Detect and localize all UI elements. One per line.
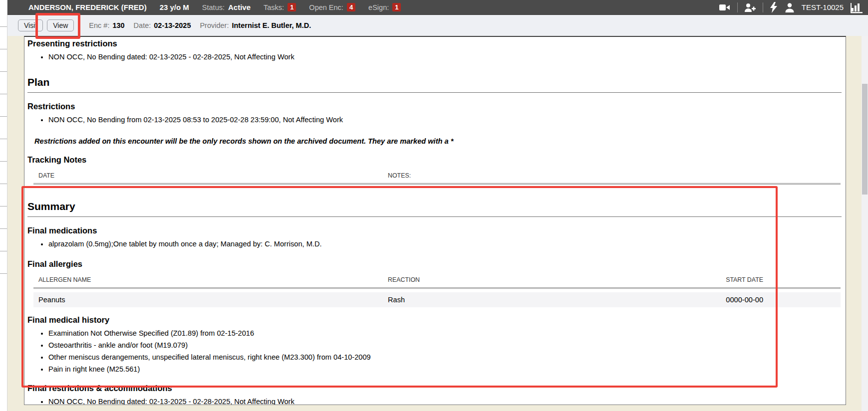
open-enc-label: Open Enc: xyxy=(309,3,343,11)
final-medications-list: alprazolam (0.5mg);One tablet by mouth o… xyxy=(27,239,842,249)
vertical-scrollbar[interactable] xyxy=(862,36,868,411)
open-enc-count-badge[interactable]: 4 xyxy=(347,3,355,11)
left-collapsed-rail xyxy=(0,0,7,411)
esign-group: eSign: 1 xyxy=(368,3,401,11)
workspace: Presenting restrictions NON OCC, No Bend… xyxy=(0,36,868,411)
enc-number-value: 130 xyxy=(112,21,124,29)
column-header-notes: NOTES: xyxy=(388,172,841,179)
summary-heading: Summary xyxy=(27,201,842,212)
tasks-label: Tasks: xyxy=(264,3,284,11)
restrictions-note: Restrictions added on this encounter wil… xyxy=(34,137,842,145)
plan-rule xyxy=(27,92,842,93)
final-medical-history-list: Examination Not Otherwise Specified (Z01… xyxy=(27,328,842,375)
allergies-divider xyxy=(33,287,841,289)
presenting-restrictions-list: NON OCC, No Bending dated: 02-13-2025 - … xyxy=(27,52,842,62)
list-item: Pain in right knee (M25.561) xyxy=(48,364,842,375)
patient-name: ANDERSON, FREDERICK (FRED) xyxy=(28,3,147,11)
summary-rule xyxy=(27,216,842,217)
encounter-toolbar: Visit View Enc #: 130 Date: 02-13-2025 P… xyxy=(0,15,868,36)
enc-date-label: Date: xyxy=(134,21,151,29)
workstation-id: TEST-10025 xyxy=(802,3,844,11)
final-medications-heading: Final medications xyxy=(27,226,842,235)
bar-chart-icon[interactable] xyxy=(850,1,863,13)
esign-count-badge[interactable]: 1 xyxy=(392,3,401,11)
column-header-start-date: START DATE xyxy=(681,276,841,283)
list-item: Other meniscus derangements, unspecified… xyxy=(48,352,842,363)
reaction-cell: Rash xyxy=(388,296,681,304)
start-date-cell: 0000-00-00 xyxy=(681,296,841,304)
tracking-notes-divider xyxy=(33,183,841,185)
open-enc-group: Open Enc: 4 xyxy=(309,3,355,11)
restrictions-list: NON OCC, No Bending from 02-13-2025 08:5… xyxy=(27,115,842,125)
tracking-notes-header-row: DATE NOTES: xyxy=(33,172,841,179)
patient-header-bar: ANDERSON, FREDERICK (FRED) 23 y/o M Stat… xyxy=(0,0,868,15)
final-allergies-heading: Final allergies xyxy=(27,259,842,269)
provider-value: Internist E. Butler, M.D. xyxy=(232,21,311,29)
divider xyxy=(763,2,763,12)
provider-label: Provider: xyxy=(200,21,229,29)
restrictions-heading: Restrictions xyxy=(27,102,842,111)
final-restrictions-list: NON OCC, No Bending dated: 02-13-2025 - … xyxy=(27,397,842,405)
bolt-icon[interactable] xyxy=(770,2,778,13)
list-item: alprazolam (0.5mg);One tablet by mouth o… xyxy=(48,239,842,249)
column-header-reaction: REACTION xyxy=(388,276,681,283)
column-header-allergen-name: ALLERGEN NAME xyxy=(33,276,388,283)
allergen-name-cell: Peanuts xyxy=(33,296,388,304)
list-item: NON OCC, No Bending dated: 02-13-2025 - … xyxy=(48,397,842,405)
tracking-notes-heading: Tracking Notes xyxy=(27,155,842,165)
list-item: Osteoarthritis - ankle and/or foot (M19.… xyxy=(48,340,842,351)
divider xyxy=(737,2,738,12)
presenting-restrictions-heading: Presenting restrictions xyxy=(27,39,842,48)
list-item: Examination Not Otherwise Specified (Z01… xyxy=(48,328,842,339)
esign-label: eSign: xyxy=(368,3,389,11)
list-item: NON OCC, No Bending dated: 02-13-2025 - … xyxy=(48,52,842,62)
encounter-document-panel: Presenting restrictions NON OCC, No Bend… xyxy=(24,36,846,405)
plan-heading: Plan xyxy=(27,76,842,88)
add-person-icon[interactable] xyxy=(744,2,756,13)
column-header-date: DATE xyxy=(33,172,388,179)
table-row: Peanuts Rash 0000-00-00 xyxy=(33,292,841,307)
scrollbar-thumb[interactable] xyxy=(862,84,868,195)
patient-age-sex: 23 y/o M xyxy=(160,3,189,11)
status-group: Status: Active xyxy=(202,3,251,11)
video-camera-icon[interactable] xyxy=(719,2,731,13)
status-label: Status: xyxy=(202,3,225,11)
status-value: Active xyxy=(228,3,251,11)
tab-visit[interactable]: Visit xyxy=(18,19,43,31)
tasks-group: Tasks: 1 xyxy=(264,3,296,11)
final-restrictions-heading: Final restrictions & accommodations xyxy=(27,384,842,393)
final-medical-history-heading: Final medical history xyxy=(27,315,842,325)
allergies-header-row: ALLERGEN NAME REACTION START DATE xyxy=(33,276,841,283)
enc-number-label: Enc #: xyxy=(89,21,109,29)
user-icon[interactable] xyxy=(784,2,795,13)
tasks-count-badge[interactable]: 1 xyxy=(288,3,296,11)
list-item: NON OCC, No Bending from 02-13-2025 08:5… xyxy=(48,115,842,125)
enc-date-value: 02-13-2025 xyxy=(154,21,191,29)
tab-view[interactable]: View xyxy=(47,19,74,31)
